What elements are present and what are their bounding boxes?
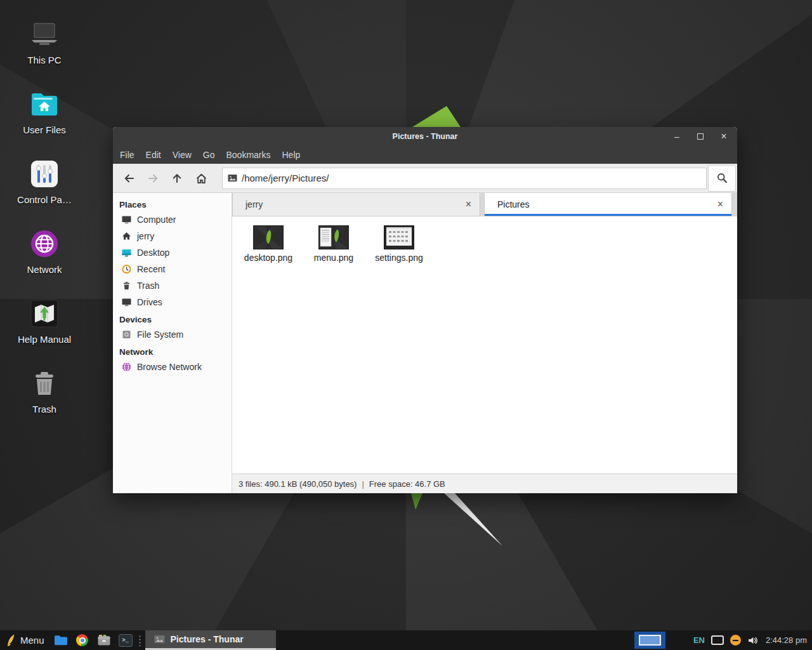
- launcher-terminal[interactable]: >_: [119, 633, 133, 647]
- back-button[interactable]: [117, 166, 141, 190]
- up-button[interactable]: [165, 166, 189, 190]
- desktop-icon-label: Network: [11, 264, 77, 275]
- status-separator: |: [362, 479, 363, 489]
- menu-file[interactable]: File: [114, 150, 140, 160]
- desktop-icon-control-panel[interactable]: Control Pa…: [11, 157, 77, 205]
- help-manual-icon: [30, 299, 59, 328]
- sidebar-item-drives[interactable]: Drives: [113, 294, 232, 310]
- tab-pictures[interactable]: Pictures ×: [484, 193, 732, 216]
- sidebar-item-browse-network[interactable]: Browse Network: [113, 359, 232, 375]
- task-button-label: Pictures - Thunar: [171, 634, 244, 644]
- sidebar-item-jerry[interactable]: jerry: [113, 228, 232, 244]
- sidebar-item-label: File System: [137, 329, 183, 340]
- toolbar: /home/jerry/Pictures/: [113, 164, 737, 193]
- status-bar: 3 files: 490.1 kB (490,050 bytes) | Free…: [232, 474, 737, 493]
- file-view[interactable]: desktop.png menu.png: [232, 216, 737, 474]
- tab-label: jerry: [246, 199, 263, 209]
- menu-help[interactable]: Help: [277, 150, 306, 160]
- sidebar-item-label: Drives: [137, 297, 162, 307]
- launcher-archive-manager[interactable]: [97, 633, 111, 647]
- image-file-icon: [228, 174, 237, 182]
- tab-jerry[interactable]: jerry ×: [232, 193, 480, 216]
- file-desktop-png[interactable]: desktop.png: [238, 222, 299, 263]
- sidebar-item-recent[interactable]: Recent: [113, 261, 232, 277]
- thunar-window: Pictures - Thunar – × File Edit View Go …: [113, 127, 737, 493]
- menu-go[interactable]: Go: [197, 150, 221, 160]
- desktop-icon-network[interactable]: Network: [11, 227, 77, 275]
- desktop-icon-label: User Files: [11, 124, 77, 135]
- tab-label: Pictures: [497, 199, 530, 209]
- file-name: settings.png: [369, 253, 429, 263]
- wallpaper-feather-tip: [411, 106, 462, 127]
- computer-icon: [29, 20, 60, 48]
- sidebar-header-places: Places: [113, 196, 232, 211]
- search-icon: [716, 172, 728, 184]
- sidebar-item-file-system[interactable]: File System: [113, 326, 232, 343]
- window-controls: – ×: [672, 127, 728, 146]
- launcher-file-manager[interactable]: [54, 633, 68, 647]
- browse-network-globe-icon: [121, 362, 132, 372]
- desktop-icon-label: Help Manual: [11, 334, 77, 345]
- desktop-screen: This PC User Files Control Pa…: [0, 0, 812, 650]
- recent-clock-icon: [121, 264, 132, 274]
- file-settings-png[interactable]: settings.png: [369, 222, 429, 263]
- sidebar-item-computer[interactable]: Computer: [113, 211, 232, 228]
- sidebar-header-network: Network: [113, 343, 232, 359]
- maximize-icon[interactable]: [696, 133, 705, 140]
- main-area: jerry × Pictures ×: [232, 193, 737, 493]
- feather-logo-icon: [5, 633, 16, 647]
- chrome-icon: [76, 634, 88, 646]
- file-manager-icon: [54, 635, 68, 646]
- thumbnail-settings: [384, 225, 414, 249]
- sidebar-item-label: Computer: [137, 215, 176, 225]
- keyboard-layout-indicator[interactable]: EN: [693, 635, 705, 645]
- desktop-display-icon: [121, 248, 132, 258]
- file-menu-png[interactable]: menu.png: [303, 222, 364, 263]
- desktop-icon-trash[interactable]: Trash: [11, 367, 77, 415]
- tab-close-icon[interactable]: ×: [466, 199, 471, 209]
- system-tray: EN 2:44:28 pm: [693, 630, 807, 650]
- menu-view[interactable]: View: [167, 150, 197, 160]
- path-text: /home/jerry/Pictures/: [242, 173, 329, 183]
- task-button-thunar[interactable]: Pictures - Thunar: [145, 630, 276, 650]
- task-window-icon: [154, 635, 165, 644]
- tab-close-icon[interactable]: ×: [717, 199, 723, 209]
- archive-manager-icon: [97, 634, 111, 646]
- menu-button[interactable]: [5, 633, 16, 647]
- minimize-icon[interactable]: –: [672, 132, 681, 141]
- control-panel-icon: [30, 159, 59, 189]
- close-icon[interactable]: ×: [719, 131, 728, 142]
- window-titlebar[interactable]: Pictures - Thunar – ×: [113, 127, 737, 146]
- sidebar-item-desktop[interactable]: Desktop: [113, 244, 232, 261]
- file-name: desktop.png: [238, 253, 299, 263]
- volume-icon[interactable]: [747, 635, 758, 646]
- desktop-icon-user-files[interactable]: User Files: [11, 88, 77, 135]
- search-button[interactable]: [708, 165, 736, 192]
- forward-button[interactable]: [141, 166, 165, 190]
- menu-button-label[interactable]: Menu: [20, 635, 44, 646]
- workspace-switcher[interactable]: [634, 632, 665, 649]
- menu-bookmarks[interactable]: Bookmarks: [220, 150, 276, 160]
- desktop-icon-help-manual[interactable]: Help Manual: [11, 297, 77, 345]
- status-files-text: 3 files: 490.1 kB (490,050 bytes): [239, 479, 357, 489]
- clock[interactable]: 2:44:28 pm: [766, 635, 807, 645]
- sidebar-item-label: jerry: [137, 231, 154, 241]
- menu-edit[interactable]: Edit: [140, 150, 167, 160]
- display-settings-icon[interactable]: [711, 635, 724, 645]
- sidebar-item-label: Browse Network: [137, 362, 202, 372]
- update-notifier-icon[interactable]: [730, 635, 741, 646]
- status-free-space-text: Free space: 46.7 GB: [369, 479, 445, 489]
- desktop-icon-this-pc[interactable]: This PC: [11, 18, 77, 65]
- home-button[interactable]: [189, 166, 213, 190]
- desktop-icon-label: Control Pa…: [11, 194, 77, 205]
- sidebar: Places Computer jerry: [113, 193, 232, 493]
- path-entry[interactable]: /home/jerry/Pictures/: [222, 168, 707, 189]
- launcher-chrome[interactable]: [75, 633, 89, 647]
- trash-icon: [30, 369, 58, 397]
- tab-bar: jerry × Pictures ×: [232, 193, 737, 216]
- thumbnail-menu: [318, 225, 349, 249]
- sidebar-item-trash[interactable]: Trash: [113, 277, 232, 294]
- workspace-window-rect: [639, 635, 661, 646]
- panel-handle[interactable]: [138, 635, 142, 646]
- trash-icon: [121, 281, 132, 291]
